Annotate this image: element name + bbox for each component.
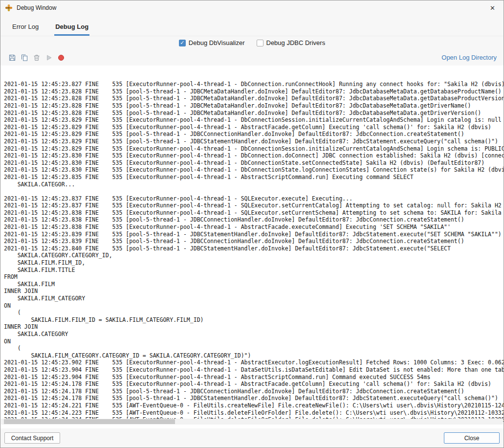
log-line: 2021-01-15 12:45:24.178 FINE 535 [pool-5… xyxy=(4,395,504,402)
log-line: 2021-01-15 12:45:23.827 FINE 535 [Execut… xyxy=(4,81,504,88)
window-title: Debug Window xyxy=(17,4,56,11)
log-line: SAKILA.FILM xyxy=(4,281,504,288)
log-line: ( xyxy=(4,345,504,352)
log-line: 2021-01-15 12:45:23.840 FINE 535 [pool-5… xyxy=(4,245,504,252)
log-line: 2021-01-15 12:45:24.178 FINE 535 [Execut… xyxy=(4,381,504,388)
log-line xyxy=(4,188,504,195)
scrollbar-thumb[interactable] xyxy=(4,419,175,424)
window-close-button[interactable]: ✕ xyxy=(482,0,504,15)
log-line: 2021-01-15 12:45:23.828 FINE 535 [pool-5… xyxy=(4,88,504,95)
copy-log-button[interactable] xyxy=(18,52,30,64)
debug-jdbc-drivers-label: Debug JDBC Drivers xyxy=(266,39,326,46)
log-line: 2021-01-15 12:45:23.830 FINE 535 [Execut… xyxy=(4,152,504,159)
debug-options-row: ✓ Debug DbVisualizer Debug JDBC Drivers xyxy=(0,36,504,49)
checkbox-unchecked-icon xyxy=(257,40,263,46)
tab-debug-log[interactable]: Debug Log xyxy=(54,21,89,36)
log-line: 2021-01-15 12:45:23.828 FINE 535 [pool-5… xyxy=(4,110,504,117)
close-button[interactable]: Close xyxy=(444,432,500,444)
start-debug-button[interactable] xyxy=(43,52,55,64)
log-line: 2021-01-15 12:45:23.904 FINE 535 [Execut… xyxy=(4,366,504,374)
save-icon xyxy=(8,54,16,62)
log-line: 2021-01-15 12:45:24.221 FINE 535 [AWT-Ev… xyxy=(4,402,504,409)
log-line: SAKILA.FILM.TITLE xyxy=(4,267,504,274)
debug-window: Debug Window ✕ Error Log Debug Log ✓ Deb… xyxy=(0,0,504,448)
play-icon xyxy=(45,54,53,62)
log-line: 2021-01-15 12:45:23.839 FINE 535 [pool-5… xyxy=(4,238,504,245)
log-line: 2021-01-15 12:45:23.838 FINE 535 [Execut… xyxy=(4,209,504,217)
log-line: 2021-01-15 12:45:23.828 FINE 535 [pool-5… xyxy=(4,102,504,110)
tab-error-log[interactable]: Error Log xyxy=(11,21,40,36)
log-line: SAKILA.FILM_CATEGORY.CATEGORY_ID = SAKIL… xyxy=(4,352,504,359)
log-line: INNER JOIN xyxy=(4,323,504,331)
log-line: 2021-01-15 12:45:23.839 FINE 535 [pool-5… xyxy=(4,231,504,238)
log-line: 2021-01-15 12:45:23.838 FINE 535 [pool-5… xyxy=(4,216,504,224)
horizontal-scrollbar[interactable] xyxy=(1,419,503,425)
log-line: 2021-01-15 12:45:23.829 FINE 535 [pool-5… xyxy=(4,131,504,138)
log-toolbar: Open Log Directory xyxy=(0,49,504,66)
dbvisualizer-app-icon xyxy=(5,4,13,12)
log-line: 2021-01-15 12:45:24.178 FINE 535 [pool-5… xyxy=(4,388,504,395)
log-line: ON xyxy=(4,338,504,345)
checkbox-checked-icon: ✓ xyxy=(179,40,186,46)
log-lines: 2021-01-15 12:45:23.827 FINE 535 [Execut… xyxy=(4,81,504,424)
log-line: 2021-01-15 12:45:23.837 FINE 535 [Execut… xyxy=(4,202,504,209)
debug-log-output[interactable]: 2021-01-15 12:45:23.827 FINE 535 [Execut… xyxy=(0,66,504,428)
log-line: SAKILA.FILM.FILM_ID = SAKILA.FILM_CATEGO… xyxy=(4,316,504,324)
log-line: FROM xyxy=(4,273,504,281)
log-line: 2021-01-15 12:45:23.829 FINE 535 [pool-5… xyxy=(4,138,504,145)
stop-debug-button[interactable] xyxy=(55,52,67,64)
debug-dbvisualizer-label: Debug DbVisualizer xyxy=(189,39,245,46)
log-line: 2021-01-15 12:45:23.838 FINE 535 [Execut… xyxy=(4,224,504,231)
log-line: 2021-01-15 12:45:23.830 FINE 535 [Execut… xyxy=(4,166,504,174)
log-line: 2021-01-15 12:45:23.835 FINE 535 [Execut… xyxy=(4,174,504,181)
log-line: SAKILA.FILM_CATEGORY xyxy=(4,295,504,302)
open-log-directory-link[interactable]: Open Log Directory xyxy=(441,54,497,61)
log-line: SAKILA.CATEGORY xyxy=(4,331,504,338)
log-line: 2021-01-15 12:45:23.904 FINE 535 [Execut… xyxy=(4,374,504,381)
log-line: 2021-01-15 12:45:23.830 FINE 535 [Execut… xyxy=(4,159,504,167)
copy-icon xyxy=(21,54,28,62)
debug-jdbc-drivers-checkbox[interactable]: Debug JDBC Drivers xyxy=(257,39,326,46)
log-line: 2021-01-15 12:45:23.837 FINE 535 [Execut… xyxy=(4,195,504,202)
log-line: 2021-01-15 12:45:23.829 FINE 535 [Execut… xyxy=(4,116,504,124)
log-line: 2021-01-15 12:45:23.829 FINE 535 [Execut… xyxy=(4,145,504,153)
close-icon: ✕ xyxy=(490,4,495,12)
contact-support-button[interactable]: Contact Support xyxy=(4,432,60,444)
log-line: 2021-01-15 12:45:23.828 FINE 535 [pool-5… xyxy=(4,95,504,102)
log-line: SAKILA.CATEGOR... xyxy=(4,181,504,188)
trash-icon xyxy=(33,54,41,62)
clear-log-button[interactable] xyxy=(30,52,43,64)
log-line: 2021-01-15 12:45:23.829 FINE 535 [Execut… xyxy=(4,124,504,131)
save-log-button[interactable] xyxy=(6,52,18,64)
debug-dbvisualizer-checkbox[interactable]: ✓ Debug DbVisualizer xyxy=(179,39,245,46)
log-line: ON xyxy=(4,302,504,310)
footer: Contact Support Close xyxy=(0,428,504,448)
tab-strip: Error Log Debug Log xyxy=(0,15,504,36)
log-line: 2021-01-15 12:45:23.902 FINE 535 [Execut… xyxy=(4,359,504,366)
log-line: 2021-01-15 12:45:24.223 FINE 535 [AWT-Ev… xyxy=(4,409,504,417)
titlebar: Debug Window ✕ xyxy=(0,0,504,15)
log-line: SAKILA.FILM.FILM_ID, xyxy=(4,259,504,267)
log-line: INNER JOIN xyxy=(4,288,504,295)
log-line: ( xyxy=(4,309,504,316)
log-line: SAKILA.CATEGORY.CATEGORY_ID, xyxy=(4,252,504,259)
record-icon xyxy=(57,54,65,62)
